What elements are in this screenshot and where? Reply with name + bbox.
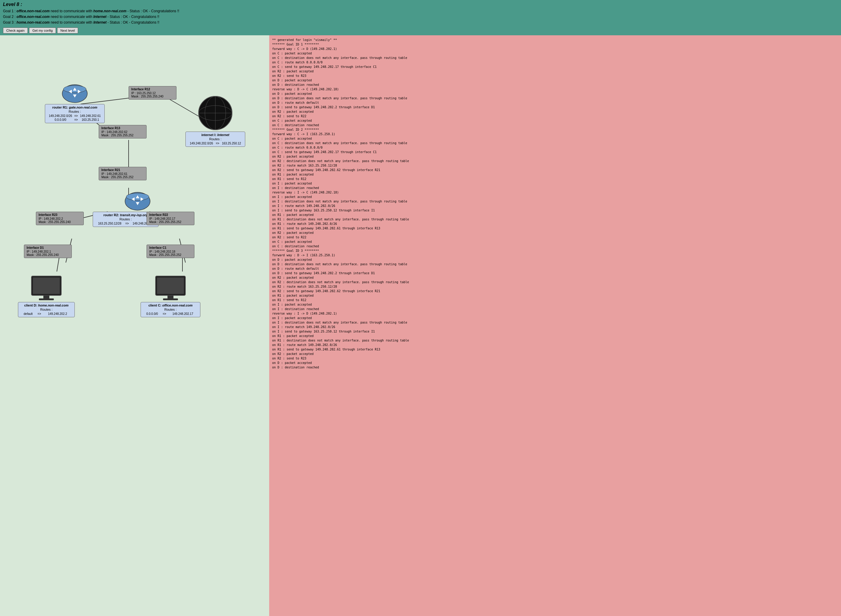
log-line: on R2 : packet accepted: [272, 352, 838, 356]
computer-c-icon: [153, 274, 188, 301]
log-line: on R1 : send to R12: [272, 298, 838, 302]
log-line: ******* Goal ID 1 ********: [272, 42, 838, 47]
log-line: on R2 : packet accepted: [272, 154, 838, 159]
log-line: on R2 : send to R23: [272, 356, 838, 361]
route-gw: 149.248.202.17: [168, 312, 198, 316]
route-gw: 163.25.250.12: [220, 141, 242, 145]
log-line: forward way : C -> D (149.248.202.1): [272, 47, 838, 51]
log-line: forward way : D -> I (163.25.250.1): [272, 253, 838, 257]
log-line: on R1 : send to gateway 149.248.202.61 t…: [272, 226, 838, 230]
route-arrow: =>: [215, 141, 220, 145]
interface-r12-title: Interface R12: [131, 88, 174, 91]
interface-r13-ip: IP : 149.248.202.62: [101, 131, 144, 133]
interface-r22-title: Interface R22: [149, 213, 192, 217]
goal-2-connector: need to communicate with: [51, 15, 93, 19]
interface-r22-ip: IP : 149.248.202.17: [149, 217, 192, 220]
log-line: on R1 : packet accepted: [272, 334, 838, 338]
globe-icon: [197, 95, 233, 131]
client-c-routes: 0.0.0.0/0 => 149.248.202.17: [143, 312, 198, 316]
log-line: on R1 : packet accepted: [272, 172, 838, 177]
internet-routes: 149.248.202.0/26 => 163.25.250.12: [188, 141, 242, 145]
interface-r12-ip: IP : 163.25.250.12: [131, 91, 174, 95]
internet-area: internet I: Internet Routes : 149.248.20…: [185, 95, 245, 147]
svg-rect-36: [163, 298, 178, 300]
check-again-button[interactable]: Check again: [3, 28, 28, 34]
client-c-title: client C: office.non-real.com: [143, 304, 198, 307]
log-line: on C : send to gateway 149.248.202.17 th…: [272, 65, 838, 69]
log-line: on C : destination reached: [272, 123, 838, 128]
route-gw: 163.25.250.1: [79, 118, 102, 122]
internet-box: internet I: Internet Routes : 149.248.20…: [185, 132, 245, 147]
interface-r21-mask: Mask : 255.255.255.252: [101, 176, 144, 179]
log-line: on R2 : destination does not match any i…: [272, 280, 838, 285]
log-line: on D : send to gateway 149.248.202.2 thr…: [272, 271, 838, 276]
action-buttons: Check again Get my config Next level: [3, 28, 838, 34]
log-line: on C : packet accepted: [272, 239, 838, 244]
log-line: on I : packet accepted: [272, 316, 838, 320]
interface-r13-mask: Mask : 255.255.255.252: [101, 133, 144, 137]
client-d-area: client D: home.non-real.com Routes : def…: [18, 274, 75, 317]
goals-section: Goal 1 : office.non-real.com need to com…: [3, 8, 838, 26]
log-line: on R2 : destination does not match any i…: [272, 159, 838, 163]
next-level-button[interactable]: Next level: [57, 28, 78, 34]
goal-3: Goal 3 : home.non-real.com need to commu…: [3, 20, 838, 25]
goal-2-source: office.non-real.com: [16, 15, 49, 19]
goal-2-dest: Internet: [93, 15, 106, 19]
interface-r12-box: Interface R12 IP : 163.25.250.12 Mask : …: [129, 86, 176, 100]
goal-3-status: - Status : OK - Congratulations !!: [108, 21, 159, 25]
log-line: ******* Goal ID 2 ********: [272, 128, 838, 132]
route-dest: 149.248.202.0/26: [48, 114, 73, 118]
log-line: on R1 : destination does not match any i…: [272, 217, 838, 221]
svg-rect-30: [33, 277, 60, 294]
goal-2: Goal 2 : office.non-real.com need to com…: [3, 14, 838, 20]
log-line: on R2 : packet accepted: [272, 69, 838, 73]
interface-r21-ip: IP : 149.248.202.61: [101, 172, 144, 176]
interface-c1-title: Interface C1: [149, 246, 192, 249]
log-line: reverse way : I -> C (149.248.202.18): [272, 190, 838, 195]
log-line: ** generated for login "vismaily" **: [272, 38, 838, 42]
log-line: on C : packet accepted: [272, 119, 838, 123]
interface-r23-title: Interface R23: [38, 213, 81, 217]
log-line: on R2 : route match 163.25.250.12/28: [272, 163, 838, 168]
log-line: on R2 : send to R23: [272, 73, 838, 78]
goal-1-source: office.non-real.com: [16, 9, 49, 13]
log-line: on D : packet accepted: [272, 257, 838, 262]
router-r2-icon: [124, 191, 151, 212]
log-line: on I : route match 149.248.202.0/26: [272, 204, 838, 208]
goal-1-status: - Status : OK - Congratulations !!: [128, 9, 179, 13]
log-line: on D : packet accepted: [272, 78, 838, 82]
route-arrow: =>: [35, 312, 43, 316]
route-dest: 0.0.0.0/0: [143, 312, 161, 316]
svg-rect-31: [43, 295, 49, 298]
log-line: on C : destination reached: [272, 244, 838, 248]
goal-2-status: - Status : OK - Congratulations !!: [107, 15, 159, 19]
log-line: on I : packet accepted: [272, 195, 838, 199]
get-config-button[interactable]: Get my config: [29, 28, 56, 34]
interface-r22-box: Interface R22 IP : 149.248.202.17 Mask :…: [147, 212, 194, 225]
log-line: on R1 : route match 149.248.202.0/26: [272, 343, 838, 347]
log-line: on I : destination does not match any in…: [272, 199, 838, 204]
client-d-subtitle: Routes :: [21, 308, 72, 311]
interface-c1-ip: IP : 149.248.202.18: [149, 250, 192, 253]
log-line: on C : destination does not match any in…: [272, 56, 838, 60]
client-c-subtitle: Routes :: [143, 308, 198, 311]
table-row: default => 149.248.202.2: [21, 312, 72, 316]
log-line: on R2 : route match 163.25.250.12/28: [272, 285, 838, 289]
client-c-area: client C: office.non-real.com Routes : 0…: [141, 274, 200, 317]
goal-3-label: Goal 3 :: [3, 21, 16, 25]
internet-subtitle: Routes :: [188, 137, 242, 141]
log-content: ** generated for login "vismaily" ******…: [272, 38, 838, 370]
log-line: on D : destination reached: [272, 82, 838, 87]
log-line: on R2 : send to gateway 149.248.202.62 t…: [272, 289, 838, 293]
goal-3-source: home.non-real.com: [16, 21, 50, 25]
log-line: on R1 : route match 149.248.202.0/26: [272, 221, 838, 226]
route-dest: 163.25.250.12/28: [95, 221, 124, 226]
log-line: on C : destination does not match any in…: [272, 141, 838, 145]
log-line: reverse way : I -> D (149.248.202.1): [272, 311, 838, 316]
log-line: on R2 : send to gateway 149.248.202.62 t…: [272, 168, 838, 172]
log-line: on D : destination reached: [272, 365, 838, 370]
table-row: 0.0.0.0/0 => 149.248.202.17: [143, 312, 198, 316]
interface-r23-mask: Mask : 255.255.255.240: [38, 220, 81, 224]
log-line: on D : destination does not match any in…: [272, 262, 838, 267]
log-line: on R1 : packet accepted: [272, 293, 838, 298]
